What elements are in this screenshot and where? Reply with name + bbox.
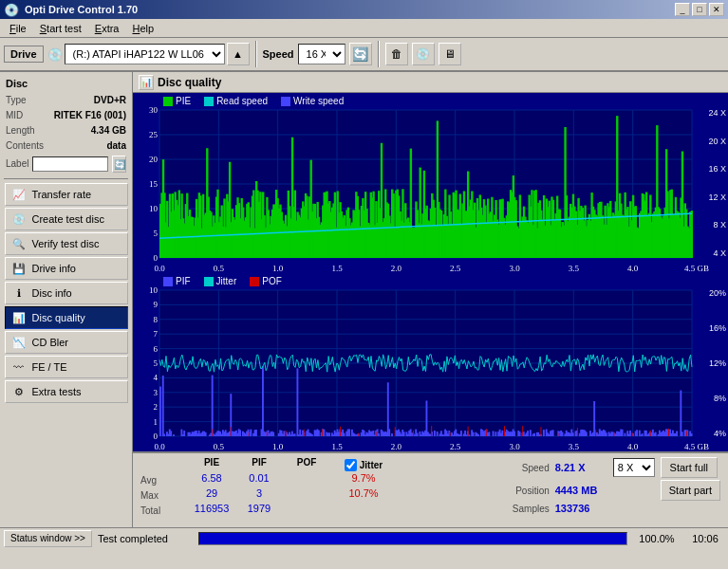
disc-type-key: Type [6,93,27,108]
bottom-chart-y-right: 20% 16% 12% 8% 4% [709,288,726,438]
menu-start-test[interactable]: Start test [34,21,87,36]
disc-length-val: 4.34 GB [91,123,126,138]
start-part-button[interactable]: Start part [661,480,720,501]
jitter-avg: 9.7% [351,472,375,487]
drive-info-label: Drive info [32,263,76,274]
stats-right: Speed 8.21 X 8 X 4 X 16 X Start full Pos… [497,457,720,514]
legend-write-color [281,97,290,106]
disc-label-key: Label [6,156,28,172]
sidebar-item-drive-info[interactable]: 💾 Drive info [5,257,128,280]
settings-button[interactable]: 🖥 [439,43,461,65]
jitter-checkbox[interactable] [345,459,357,471]
transfer-rate-icon: 📈 [11,187,27,202]
legend-write: Write speed [281,96,344,106]
stats-labels-col: Avg Max Total [140,457,188,518]
samples-val: 133736 [555,503,607,514]
sidebar-divider-1 [4,178,128,179]
disc-contents-key: Contents [6,138,44,154]
disc-quality-label: Disc quality [32,312,85,323]
max-row-label: Max [140,487,188,503]
legend-jitter: Jitter [204,276,237,286]
toolbar-separator2 [378,41,380,67]
progress-percent: 100.0% [633,533,681,544]
charts-area: PIE Read speed Write speed 24 X 20 X [133,93,728,451]
menu-extra[interactable]: Extra [89,21,125,36]
bottom-chart-canvas [133,273,728,451]
sidebar-item-extra-tests[interactable]: ⚙ Extra tests [5,380,128,403]
speed-select-stats[interactable]: 8 X 4 X 16 X [613,458,655,477]
sidebar-item-disc-quality[interactable]: 📊 Disc quality [5,306,128,329]
create-test-disc-icon: 💿 [11,211,27,227]
stats-pof-col: POF [283,457,330,518]
verify-test-disc-icon: 🔍 [11,236,27,251]
stats-pie-col: PIE 6.58 29 116953 [188,457,235,518]
titlebar: 💿 Opti Drive Control 1.70 _ □ ✕ [0,0,728,19]
extra-tests-label: Extra tests [32,386,82,397]
disc-mid-key: MID [6,108,23,123]
stats-speed-row: Speed 8.21 X 8 X 4 X 16 X Start full [497,457,720,478]
status-window-button[interactable]: Status window >> [4,530,92,547]
minimize-button[interactable]: _ [675,3,690,16]
y-label: 24 X [708,108,726,118]
sidebar-item-verify-test-disc[interactable]: 🔍 Verify test disc [5,232,128,255]
stats-main-row: Avg Max Total PIE 6.58 29 116953 PIF 0.0… [140,457,720,518]
jitter-col-header: Jitter [345,457,383,472]
y-label: 4 X [708,248,726,258]
pie-avg: 6.58 [201,472,221,487]
extra-tests-icon: ⚙ [11,384,27,399]
menubar: File Start test Extra Help [0,19,728,38]
speed-select[interactable]: 16 X 8 X 4 X Max [298,44,345,64]
maximize-button[interactable]: □ [692,3,707,16]
menu-file[interactable]: File [4,21,32,36]
y-pct-label: 12% [709,358,726,368]
sidebar-item-fe-te[interactable]: 〰 FE / TE [5,356,128,378]
pof-col-header: POF [297,457,317,472]
disc-quality-icon: 📊 [11,310,27,325]
disc-label-refresh-button[interactable]: 🔄 [112,156,126,173]
y-pct-label: 4% [709,429,726,438]
position-key: Position [497,486,550,496]
disc-mid-row: MID RITEK F16 (001) [6,108,126,123]
disc-mid-val: RITEK F16 (001) [54,108,126,123]
refresh-button[interactable]: 🔄 [349,43,372,65]
cd-bler-label: CD Bler [32,337,69,348]
drive-eject-button[interactable]: ▲ [227,43,250,65]
quality-header: 📊 Disc quality [133,72,728,93]
drive-info-icon: 💾 [11,261,27,276]
pif-avg: 0.01 [249,472,269,487]
legend-jitter-color [204,277,214,286]
disc-burn-button[interactable]: 💿 [412,43,435,65]
quality-title: Disc quality [158,76,221,89]
close-button[interactable]: ✕ [709,3,724,16]
speed-key: Speed [497,463,550,473]
content-area: 📊 Disc quality PIE Read speed [133,72,728,527]
legend-read-color [204,97,214,106]
status-time: 10:06 [686,533,724,544]
legend-pie: PIE [163,96,191,106]
top-chart-y-right: 24 X 20 X 16 X 12 X 8 X 4 X [708,108,726,258]
pie-max: 29 [206,487,217,503]
disc-info-grid: Type DVD+R MID RITEK F16 (001) Length 4.… [2,91,130,174]
bottom-statusbar: Status window >> Test completed 100.0% 1… [0,527,728,548]
bottom-chart: PIF Jitter POF 20% 16% 12% [133,273,728,451]
sidebar-item-cd-bler[interactable]: 📉 CD Bler [5,331,128,354]
disc-info-label: Disc info [32,287,72,299]
jitter-max: 10.7% [348,487,378,503]
sidebar-item-create-test-disc[interactable]: 💿 Create test disc [5,208,128,230]
sidebar-item-transfer-rate[interactable]: 📈 Transfer rate [5,183,128,206]
samples-key: Samples [497,504,550,514]
stats-samples-row: Samples 133736 [497,503,720,514]
disc-erase-button[interactable]: 🗑 [385,43,408,65]
disc-label-input[interactable] [32,156,108,172]
fe-te-label: FE / TE [32,361,67,373]
sidebar-item-disc-info[interactable]: ℹ Disc info [5,282,128,304]
drive-select[interactable]: (R:) ATAPI iHAP122 W LL06 [65,44,225,64]
speed-val: 8.21 X [555,462,607,473]
start-full-button[interactable]: Start full [661,457,718,478]
cd-bler-icon: 📉 [11,335,27,350]
create-test-disc-label: Create test disc [32,213,104,225]
legend-pie-color [163,97,173,106]
verify-test-disc-label: Verify test disc [32,238,100,249]
menu-help[interactable]: Help [126,21,159,36]
stats-bar: Avg Max Total PIE 6.58 29 116953 PIF 0.0… [133,451,728,527]
